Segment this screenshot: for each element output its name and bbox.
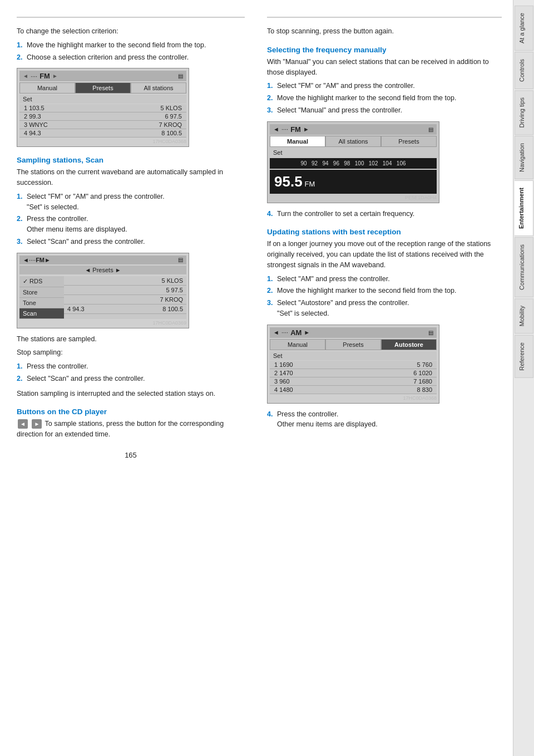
step-item: 2. Press the controller.Other menu items… — [17, 214, 245, 235]
dots: ···· — [281, 126, 288, 132]
step-number: 2. — [267, 93, 273, 104]
step-text: Press the controller. — [27, 362, 88, 370]
step-number: 2. — [17, 52, 22, 63]
right-arrow: ► — [44, 257, 51, 263]
step-item: 3. Select "Manual" and press the control… — [267, 105, 502, 116]
station-left: 2 99.3 — [24, 113, 41, 120]
step-text: Select "Manual" and press the controller… — [277, 106, 402, 114]
station-left: 2 1470 — [274, 370, 293, 376]
dots: ···· — [29, 257, 36, 263]
fm-presets-screen: ◄ ···· FM ► ▤ Manual Presets All station… — [17, 68, 189, 147]
am-set: Set — [270, 351, 437, 360]
station-row: 1 1690 5 760 — [270, 361, 437, 369]
stop-scan-text: To stop scanning, press the button again… — [267, 26, 502, 37]
step-text: Turn the controller to set a certain fre… — [277, 210, 414, 218]
sidebar-tab-driving-tips[interactable]: Driving tips — [515, 90, 533, 135]
station-right: 8 100.5 — [161, 130, 182, 136]
step-item: 2. Move the highlight marker to the seco… — [267, 286, 502, 296]
updating-steps: 1. Select "AM" and press the controller.… — [267, 274, 502, 319]
sampling-heading: Sampling stations, Scan — [17, 156, 245, 164]
intro-text: To change the selection criterion: — [17, 26, 245, 37]
step-text: Choose a selection criterion and press t… — [27, 53, 189, 61]
signal-dots: ···· — [31, 73, 37, 80]
station-row: 4 94.38 100.5 — [64, 305, 186, 314]
cd-heading: Buttons on the CD player — [17, 408, 245, 416]
step4-after: 4. Press the controller.Other menu items… — [267, 409, 502, 430]
am-screen: ◄ ···· AM ► ▤ Manual Presets Autostore S… — [267, 325, 439, 404]
manual-heading: Selecting the frequency manually — [267, 46, 502, 54]
frequency-value: 95.5 — [274, 173, 303, 190]
step-item: 4. Turn the controller to set a certain … — [267, 209, 502, 219]
step-number: 3. — [267, 105, 273, 116]
sidebar-tab-communications[interactable]: Communications — [515, 237, 533, 297]
left-arrow: ◄ — [23, 73, 28, 79]
step-number: 1. — [17, 192, 22, 202]
step-item: 2. Move the highlight marker to the seco… — [267, 93, 502, 104]
station-row: 3 WNYC 7 KROQ — [19, 121, 186, 129]
step-item: 2. Choose a selection criterion and pres… — [17, 52, 245, 63]
tab-presets: Presets — [381, 136, 437, 147]
station-label: 5 KLOS — [161, 277, 183, 284]
scan-top-bar: ◄ ···· FM ► ▤ — [19, 256, 186, 264]
dots: ···· — [281, 329, 288, 336]
station-row: 4 94.3 8 100.5 — [19, 129, 186, 138]
step-item: 1. Select "AM" and press the controller. — [267, 274, 502, 284]
watermark: PE5E1DA0H4 — [270, 195, 437, 200]
tuner-top-bar: ◄ ···· FM ► ▤ — [270, 124, 437, 135]
sidebar-tab-navigation[interactable]: Navigation — [515, 136, 533, 179]
fm-label: FM — [290, 125, 301, 134]
step-number: 1. — [17, 40, 22, 51]
cd-description: To sample stations, press the button for… — [17, 420, 224, 438]
presets-steps: 1. Move the highlight marker to the seco… — [17, 40, 245, 63]
station-right: 6 97.5 — [165, 113, 182, 120]
menu-items-left: ✓ RDS Store Tone Scan — [19, 276, 64, 319]
step-number: 2. — [17, 374, 22, 384]
sidebar-tab-entertainment[interactable]: Entertainment — [515, 180, 533, 236]
stations-right: 5 KLOS 5 97.5 7 KROQ 4 94.38 100.5 — [64, 276, 186, 319]
stop-note: Station sampling is interrupted and the … — [17, 389, 245, 399]
station-list: 1 103.5 5 KLOS 2 99.3 6 97.5 3 WNYC 7 KR… — [19, 104, 186, 138]
step-item: 1. Move the highlight marker to the seco… — [17, 40, 245, 51]
step-text: Select "FM" or "AM" and press the contro… — [277, 82, 415, 90]
station-left: 3 960 — [274, 378, 290, 385]
corner-icon: ▤ — [428, 330, 433, 336]
fm-sub-label: FM — [305, 180, 315, 188]
step-text: Move the highlight marker to the second … — [277, 94, 456, 102]
screen-top-bar: ◄ ···· FM ► ▤ — [19, 71, 186, 81]
right-arrow: ► — [304, 329, 310, 336]
menu-scan: Scan — [19, 308, 64, 319]
corner-icon: ▤ — [178, 257, 183, 263]
scan-screen: ◄ ···· FM ► ▤ ◄ Presets ► ✓ RDS Store To… — [17, 253, 189, 328]
step-number: 1. — [267, 274, 273, 284]
tab-presets: Presets — [75, 82, 131, 94]
sidebar-tab-reference[interactable]: Reference — [515, 335, 533, 378]
station-left: 4 1480 — [274, 386, 293, 393]
step-item: 2. Select "Scan" and press the controlle… — [17, 374, 245, 384]
station-left: 4 94.3 — [24, 130, 41, 136]
step-text: Select "Scan" and press the controller. — [27, 238, 145, 246]
am-tabs: Manual Presets Autostore — [270, 339, 437, 350]
tab-manual: Manual — [19, 82, 75, 94]
frequency-scale: 90 92 94 96 98 100 102 104 106 — [270, 158, 437, 169]
tab-all-stations: All stations — [131, 82, 186, 94]
step-item: 1. Select "FM" or "AM" and press the con… — [267, 81, 502, 91]
am-top-bar: ◄ ···· AM ► ▤ — [270, 327, 437, 338]
tab-presets: Presets — [325, 339, 381, 350]
step-item: 1. Press the controller. — [17, 361, 245, 372]
station-right: 6 1020 — [413, 370, 432, 376]
sidebar-tab-mobility[interactable]: Mobility — [515, 298, 533, 333]
sampling-intro: The stations on the current waveband are… — [17, 167, 245, 188]
step-item: 4. Press the controller.Other menu items… — [267, 409, 502, 430]
station-right: 8 830 — [417, 386, 432, 393]
sidebar-tab-controls[interactable]: Controls — [515, 52, 533, 89]
left-arrow: ◄ — [23, 257, 29, 263]
sidebar-tab-at-a-glance[interactable]: At a glance — [515, 6, 533, 51]
right-arrow: ► — [52, 73, 58, 79]
updating-intro: If on a longer journey you move out of t… — [267, 239, 502, 270]
step-number: 3. — [17, 237, 22, 247]
forward-icon: ► — [32, 419, 42, 429]
right-arrow: ► — [303, 126, 309, 132]
station-right: 5 760 — [417, 361, 432, 368]
step-text: Select "FM" or "AM" and press the contro… — [27, 193, 165, 211]
after-screen-text: The stations are sampled. — [17, 334, 245, 345]
